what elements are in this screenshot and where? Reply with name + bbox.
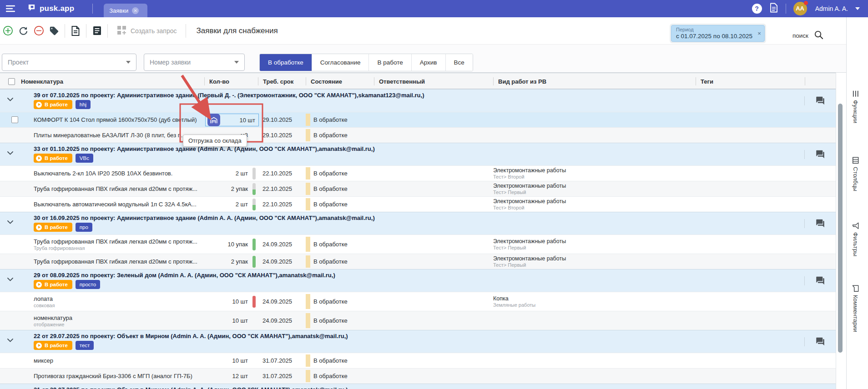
tab-close-icon[interactable]: ✕ bbox=[132, 7, 139, 14]
table-row[interactable]: лопатасовковая10 шт24.09.2025В обработке… bbox=[0, 292, 836, 311]
tab-zayavki[interactable]: Заявки ✕ bbox=[104, 4, 147, 17]
group-comment-button[interactable] bbox=[804, 212, 836, 234]
item-name-cell: Труба гофрированная ПВХ гибкая легкая d2… bbox=[20, 258, 204, 265]
side-item-filters[interactable]: Фильтры bbox=[852, 223, 859, 256]
group-comment-button[interactable] bbox=[804, 90, 836, 112]
col-due-date[interactable]: Треб. срок bbox=[258, 73, 306, 90]
chevron-down-icon[interactable] bbox=[0, 384, 20, 389]
chevron-down-icon[interactable] bbox=[0, 269, 20, 292]
group-header-row[interactable]: 21 от 29.07.2025 по проекту: Объект в Ми… bbox=[0, 384, 836, 389]
period-value: с 01.07.2025 по 08.10.2025 bbox=[676, 33, 752, 40]
warehouse-shipment-button[interactable] bbox=[207, 114, 220, 126]
side-item-comments[interactable]: Комментарии bbox=[852, 285, 859, 332]
item-name: КОМФОРТ К 104 Стол прямой 1600x750x750 (… bbox=[34, 116, 204, 123]
item-subtitle: отображение bbox=[34, 322, 204, 327]
col-nomenclature[interactable]: Номенклатура bbox=[20, 73, 204, 90]
remove-button[interactable] bbox=[31, 23, 46, 39]
quantity-focused-cell[interactable]: 10 шт bbox=[205, 114, 259, 126]
group-comment-button[interactable] bbox=[804, 330, 836, 353]
item-quantity: 10 шт bbox=[204, 357, 250, 364]
tab-in-processing[interactable]: В обработке bbox=[260, 54, 312, 71]
select-all-checkbox[interactable] bbox=[8, 78, 15, 85]
work-type: Электромонтажные работы bbox=[493, 183, 696, 189]
chevron-down-icon bbox=[234, 61, 239, 64]
table-row[interactable]: Труба гофрированная ПВХ гибкая легкая d2… bbox=[0, 181, 836, 196]
col-tags[interactable]: Теги bbox=[696, 73, 805, 90]
col-state[interactable]: Состояние bbox=[306, 73, 374, 90]
project-select[interactable]: Проект bbox=[2, 54, 136, 71]
vertical-scrollbar[interactable] bbox=[838, 104, 843, 353]
side-item-columns[interactable]: Столбцы bbox=[852, 157, 859, 191]
avatar[interactable]: AA bbox=[793, 2, 807, 15]
table-row[interactable]: КОМФОРТ К 104 Стол прямой 1600x750x750 (… bbox=[0, 112, 836, 127]
tag-chip[interactable]: просто bbox=[76, 280, 100, 289]
group-header-row[interactable]: 33 от 01.10.2025 по проекту: Администрат… bbox=[0, 143, 836, 165]
refresh-button[interactable] bbox=[15, 23, 31, 39]
item-work-type-cell: Электромонтажные работыТест> Первый bbox=[493, 255, 696, 268]
item-quantity: 12 шт bbox=[204, 373, 250, 379]
add-button[interactable] bbox=[0, 23, 15, 39]
chevron-down-icon[interactable] bbox=[0, 90, 20, 112]
table-row[interactable]: Выключатель автоматический модульный 1п … bbox=[0, 196, 836, 212]
chevron-down-icon[interactable] bbox=[0, 330, 20, 353]
table-row[interactable]: Противогаз гражданский Бриз-3306 с МГП (… bbox=[0, 368, 836, 384]
tab-all[interactable]: Все bbox=[446, 54, 473, 71]
list-document-button[interactable] bbox=[89, 23, 105, 39]
help-icon[interactable]: ? bbox=[752, 4, 762, 14]
group-header-row[interactable]: 30 от 16.09.2025 по проекту: Администрат… bbox=[0, 212, 836, 234]
document-icon[interactable] bbox=[769, 3, 778, 15]
tag-chip[interactable]: тест bbox=[76, 341, 94, 350]
group-header-row[interactable]: 39 от 07.10.2025 по проекту: Администрат… bbox=[0, 89, 836, 112]
divider bbox=[186, 24, 186, 38]
group-header-row[interactable]: 29 от 08.09.2025 по проекту: Зеленый дом… bbox=[0, 269, 836, 292]
item-work-type-cell: Электромонтажные работыТест> Первый bbox=[493, 183, 696, 195]
table-row[interactable]: Плиты минераловатные БАЗАЛИТ Л-30 (8 пли… bbox=[0, 127, 836, 143]
state-color-bar bbox=[306, 114, 310, 126]
chevron-down-icon[interactable] bbox=[0, 143, 20, 165]
hamburger-menu-icon[interactable] bbox=[0, 5, 21, 12]
group-comment-button[interactable] bbox=[804, 269, 836, 292]
col-responsible[interactable]: Ответственный bbox=[374, 73, 493, 90]
tag-chip[interactable]: VBc bbox=[76, 154, 93, 163]
item-quantity: 2 шт bbox=[204, 201, 250, 208]
table-row[interactable]: Труба гофрированная ПВХ гибкая легкая d2… bbox=[0, 254, 836, 269]
table-row[interactable]: Выключатель 2-кл 10А IP20 250В 10АХ безв… bbox=[0, 165, 836, 181]
item-name: Противогаз гражданский Бриз-3306 с МГП (… bbox=[34, 373, 204, 379]
tag-chip[interactable]: hhj bbox=[76, 100, 91, 109]
filter-funnel-icon bbox=[853, 222, 859, 229]
period-chip[interactable]: Период с 01.07.2025 по 08.10.2025 × bbox=[671, 25, 765, 42]
group-comment-button[interactable] bbox=[804, 143, 836, 165]
tag-button[interactable] bbox=[46, 23, 62, 39]
search-icon[interactable] bbox=[814, 30, 823, 41]
status-badge-label: В работе bbox=[45, 343, 68, 348]
col-work-type[interactable]: Вид работ из РВ bbox=[493, 73, 696, 90]
group-header-row[interactable]: 22 от 29.07.2025 по проекту: Объект в Ми… bbox=[0, 330, 836, 353]
comment-icon bbox=[853, 285, 859, 292]
tab-in-work[interactable]: В работе bbox=[369, 54, 411, 71]
item-due-date: 24.09.2025 bbox=[258, 241, 306, 248]
table-row[interactable]: Труба гофрированная ПВХ гибкая легкая d2… bbox=[0, 234, 836, 254]
item-name: Труба гофрированная ПВХ гибкая легкая d2… bbox=[34, 185, 204, 192]
chevron-down-icon[interactable] bbox=[855, 7, 860, 10]
row-checkbox[interactable] bbox=[11, 116, 18, 123]
col-quantity[interactable]: Кол-во bbox=[204, 73, 250, 90]
period-close-icon[interactable]: × bbox=[757, 30, 761, 37]
tab-archive[interactable]: Архив bbox=[412, 54, 446, 71]
side-item-functions[interactable]: Функции bbox=[852, 91, 859, 123]
group-comment-button[interactable] bbox=[804, 384, 836, 389]
create-request-button[interactable]: Создать запрос bbox=[111, 25, 183, 36]
quantity-indicator bbox=[252, 183, 256, 195]
app-logo[interactable]: pusk.app bbox=[27, 4, 74, 14]
tag-chip[interactable]: про bbox=[76, 223, 92, 232]
tab-approval[interactable]: Согласование bbox=[312, 54, 369, 71]
table-row[interactable]: номенклатураотображение10 шт24.09.2025В … bbox=[0, 311, 836, 330]
table-row[interactable]: миксер10 шт31.07.2025В обработке bbox=[0, 353, 836, 368]
user-name: Admin A. A. bbox=[815, 5, 848, 12]
chevron-down-icon[interactable] bbox=[0, 212, 20, 234]
document-report-button[interactable] bbox=[68, 23, 83, 39]
divider bbox=[92, 4, 93, 14]
request-number-select[interactable]: Номер заявки bbox=[144, 54, 245, 71]
search-control[interactable]: поиск bbox=[792, 30, 823, 41]
group-badges: В работетест bbox=[34, 341, 804, 350]
status-badge-label: В работе bbox=[45, 224, 68, 230]
